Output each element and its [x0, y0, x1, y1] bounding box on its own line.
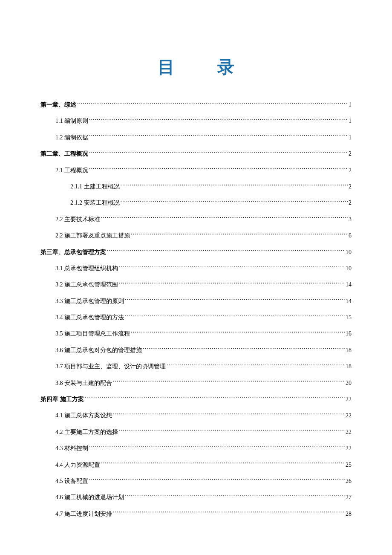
toc-entry: 3.4 施工总承包管理的方法15: [40, 313, 352, 322]
toc-entry-page: 3: [349, 215, 352, 224]
title-char-2: 录: [217, 58, 234, 77]
toc-leader-dots: [125, 297, 345, 303]
title-char-1: 目: [158, 58, 175, 77]
toc-entry-page: 26: [346, 477, 352, 486]
toc-entry-label: 3.7 项目部与业主、监理、设计的协调管理: [55, 362, 166, 371]
toc-entry-page: 22: [346, 395, 352, 404]
table-of-contents: 第一章、综述11.1 编制原则11.2 编制依据1第二章、工程概况22.1 工程…: [40, 100, 352, 519]
toc-entry-label: 4.4 人力资源配置: [55, 460, 100, 470]
toc-entry: 3.8 安装与土建的配合20: [40, 379, 352, 388]
toc-leader-dots: [131, 231, 348, 237]
toc-entry-label: 4.7 施工进度计划安排: [55, 509, 112, 519]
toc-entry-label: 3.5 施工项目管理总工作流程: [55, 329, 130, 338]
toc-entry-label: 2.2 主要技术标准: [55, 215, 100, 224]
toc-leader-dots: [89, 133, 348, 139]
toc-entry-label: 4.1 施工总体方案设想: [55, 411, 112, 420]
toc-entry-page: 2: [349, 198, 352, 208]
toc-leader-dots: [119, 428, 345, 434]
toc-entry-page: 10: [346, 248, 352, 257]
toc-leader-dots: [113, 510, 345, 516]
toc-entry-page: 2: [349, 149, 352, 159]
toc-entry: 3.2 施工总承包管理范围14: [40, 280, 352, 289]
toc-entry: 4.7 施工进度计划安排28: [40, 509, 352, 519]
toc-entry-label: 3.6 施工总承包对分包的管理措施: [55, 346, 142, 355]
toc-leader-dots: [113, 411, 345, 417]
toc-entry-page: 18: [346, 346, 352, 355]
toc-entry-label: 第三章、总承包管理方案: [40, 248, 106, 257]
toc-leader-dots: [119, 280, 345, 286]
toc-entry-page: 2: [349, 166, 352, 175]
toc-leader-dots: [125, 313, 345, 319]
toc-entry-label: 1.2 编制依据: [55, 133, 88, 142]
toc-entry-label: 2.1 工程概况: [55, 166, 88, 175]
toc-entry: 2.1.2 安装工程概况2: [40, 198, 352, 208]
toc-leader-dots: [77, 101, 348, 107]
toc-entry: 第二章、工程概况2: [40, 149, 352, 159]
toc-entry-page: 6: [349, 231, 352, 240]
toc-entry-label: 第一章、综述: [40, 100, 76, 110]
toc-entry: 第一章、综述1: [40, 100, 352, 110]
toc-leader-dots: [101, 461, 345, 467]
toc-entry: 2.2 主要技术标准3: [40, 215, 352, 224]
toc-entry-label: 4.5 设备配置: [55, 477, 88, 486]
toc-entry-label: 2.2 施工部署及重点施工措施: [55, 231, 130, 240]
toc-entry-page: 1: [349, 100, 352, 110]
toc-entry: 4.2 主要施工方案的选择22: [40, 428, 352, 437]
toc-entry: 1.2 编制依据1: [40, 133, 352, 142]
toc-entry-page: 22: [346, 444, 352, 453]
toc-entry: 2.1 工程概况2: [40, 166, 352, 175]
toc-leader-dots: [121, 182, 348, 188]
toc-entry-label: 2.1.1 土建工程概况: [70, 182, 120, 191]
toc-entry-label: 3.2 施工总承包管理范围: [55, 280, 118, 289]
toc-entry: 3.5 施工项目管理总工作流程16: [40, 329, 352, 338]
toc-entry-label: 4.6 施工机械的进退场计划: [55, 493, 124, 502]
toc-entry-page: 10: [346, 264, 352, 273]
toc-entry-page: 28: [346, 509, 352, 519]
toc-entry-label: 第四章 施工方案: [40, 395, 84, 404]
toc-entry-page: 20: [346, 379, 352, 388]
toc-entry-page: 16: [346, 329, 352, 338]
toc-entry: 2.1.1 土建工程概况2: [40, 182, 352, 191]
toc-entry-page: 22: [346, 411, 352, 420]
toc-entry-label: 3.8 安装与土建的配合: [55, 379, 112, 388]
toc-entry: 3.3 施工总承包管理的原则14: [40, 297, 352, 306]
toc-entry-label: 第二章、工程概况: [40, 149, 88, 159]
toc-leader-dots: [89, 150, 348, 156]
toc-entry-page: 1: [349, 133, 352, 142]
toc-entry-page: 15: [346, 313, 352, 322]
toc-leader-dots: [119, 264, 345, 270]
toc-entry-label: 4.2 主要施工方案的选择: [55, 428, 118, 437]
toc-entry-page: 25: [346, 460, 352, 470]
toc-entry: 3.6 施工总承包对分包的管理措施18: [40, 346, 352, 355]
toc-entry-page: 18: [346, 362, 352, 371]
toc-entry: 4.1 施工总体方案设想22: [40, 411, 352, 420]
toc-entry: 2.2 施工部署及重点施工措施6: [40, 231, 352, 240]
toc-entry: 第四章 施工方案22: [40, 395, 352, 404]
toc-leader-dots: [89, 444, 345, 450]
toc-entry-label: 1.1 编制原则: [55, 116, 88, 126]
toc-entry: 1.1 编制原则1: [40, 116, 352, 126]
toc-entry-page: 14: [346, 280, 352, 289]
toc-leader-dots: [121, 199, 348, 205]
toc-entry: 4.4 人力资源配置25: [40, 460, 352, 470]
toc-leader-dots: [85, 395, 345, 401]
toc-leader-dots: [125, 493, 345, 499]
toc-entry-label: 2.1.2 安装工程概况: [70, 198, 120, 208]
toc-leader-dots: [143, 346, 345, 352]
toc-entry-label: 4.3 材料控制: [55, 444, 88, 453]
toc-leader-dots: [89, 166, 348, 172]
toc-entry-label: 3.4 施工总承包管理的方法: [55, 313, 124, 322]
toc-entry-page: 14: [346, 297, 352, 306]
toc-leader-dots: [101, 215, 348, 221]
toc-entry: 4.6 施工机械的进退场计划27: [40, 493, 352, 502]
toc-entry: 4.5 设备配置26: [40, 477, 352, 486]
toc-entry-label: 3.1 总承包管理组织机构: [55, 264, 118, 273]
toc-entry: 第三章、总承包管理方案10: [40, 248, 352, 257]
toc-entry-page: 22: [346, 428, 352, 437]
toc-entry-page: 2: [349, 182, 352, 191]
toc-entry-page: 1: [349, 116, 352, 126]
toc-leader-dots: [89, 477, 345, 483]
toc-entry: 3.1 总承包管理组织机构10: [40, 264, 352, 273]
toc-leader-dots: [89, 117, 348, 123]
toc-entry: 3.7 项目部与业主、监理、设计的协调管理18: [40, 362, 352, 371]
